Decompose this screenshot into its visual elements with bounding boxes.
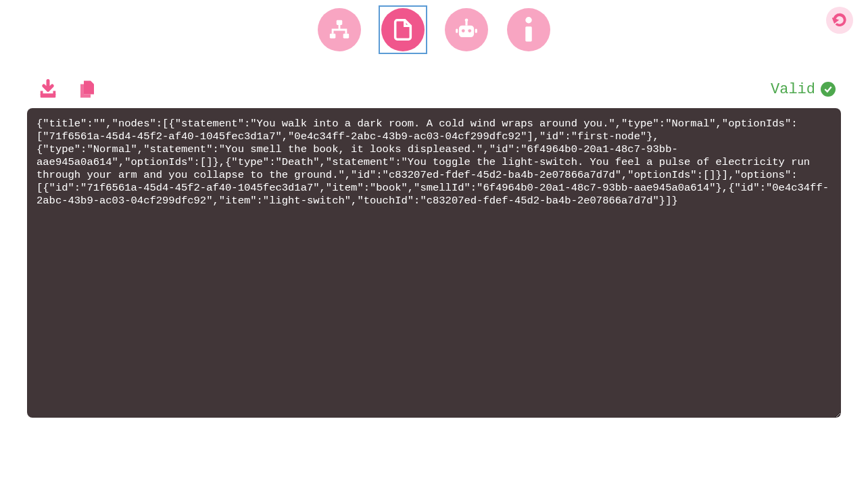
- nav-robot-wrapper: [443, 7, 489, 53]
- svg-point-9: [525, 17, 532, 24]
- info-icon: [523, 17, 534, 43]
- tree-icon: [328, 18, 351, 41]
- svg-rect-10: [525, 26, 532, 41]
- svg-point-6: [465, 18, 468, 22]
- refresh-icon: [832, 13, 847, 28]
- download-icon: [38, 79, 58, 99]
- svg-rect-7: [456, 28, 458, 32]
- nav-tree-wrapper: [316, 7, 362, 53]
- nav-document-wrapper: [379, 5, 427, 54]
- toolbar-left: [38, 78, 97, 100]
- copy-button[interactable]: [77, 78, 97, 100]
- check-icon: [821, 82, 836, 97]
- download-button[interactable]: [38, 79, 58, 99]
- robot-icon: [454, 17, 479, 43]
- top-nav: [0, 0, 868, 59]
- svg-rect-2: [343, 34, 349, 39]
- svg-rect-14: [53, 91, 56, 95]
- svg-rect-13: [41, 91, 43, 95]
- status-label: Valid: [771, 81, 815, 98]
- svg-rect-1: [330, 34, 336, 39]
- svg-marker-11: [834, 19, 838, 22]
- nav-tree-button[interactable]: [318, 8, 361, 51]
- copy-icon: [77, 78, 97, 100]
- toolbar: Valid: [0, 59, 868, 108]
- editor-container: [0, 108, 868, 420]
- document-icon: [391, 17, 414, 43]
- svg-rect-3: [459, 26, 474, 37]
- svg-rect-0: [337, 20, 343, 25]
- svg-point-5: [468, 29, 471, 32]
- nav-document-button[interactable]: [381, 8, 425, 51]
- svg-rect-8: [475, 28, 477, 32]
- svg-point-4: [462, 29, 465, 32]
- nav-robot-button[interactable]: [445, 8, 488, 51]
- nav-info-button[interactable]: [507, 8, 550, 51]
- json-editor[interactable]: [27, 108, 841, 418]
- refresh-button[interactable]: [826, 7, 853, 34]
- nav-info-wrapper: [506, 7, 552, 53]
- validation-status: Valid: [771, 81, 836, 98]
